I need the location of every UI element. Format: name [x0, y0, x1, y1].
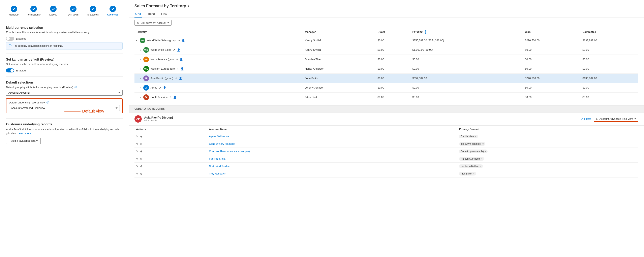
multicurrency-toggle[interactable]: [6, 37, 14, 41]
account-name-cell[interactable]: Trey Research: [207, 170, 458, 177]
quota-cell: $0.00: [376, 54, 411, 64]
forecast-title-dropdown-icon[interactable]: ▾: [188, 4, 189, 8]
info-detail-icon[interactable]: ⊕: [140, 172, 142, 175]
step-label-advanced: Advanced: [107, 13, 118, 16]
forecast-cell: $1,000.00 ($0.00): [411, 45, 523, 54]
forecast-info-icon[interactable]: i: [424, 30, 427, 34]
tag-close-icon[interactable]: ×: [484, 150, 486, 153]
list-item: ✎ ⊕ Coho Winery (sample) Jim Glynn (samp…: [134, 140, 638, 148]
expand-btn[interactable]: ›: [140, 58, 141, 60]
account-name-cell[interactable]: Northwind Traders: [207, 162, 458, 170]
user-icon[interactable]: 👤: [182, 39, 185, 42]
user-icon[interactable]: 👤: [163, 86, 166, 89]
edit-icon[interactable]: ✎: [136, 135, 138, 138]
multicurrency-desc: Enable the ability to view forecast data…: [6, 31, 122, 34]
view-help-icon[interactable]: ⓘ: [46, 101, 49, 104]
account-name-cell[interactable]: Contoso Pharmaceuticals (sample): [207, 148, 458, 155]
account-name-cell[interactable]: Fabrikam, Inc.: [207, 155, 458, 162]
forecast-table-wrap: Territory Manager Quota Forecast i Won C…: [129, 28, 644, 102]
wizard-step-permissions[interactable]: Permissions*: [24, 6, 44, 16]
tag-close-icon[interactable]: ×: [482, 142, 484, 145]
wizard-step-snapshots[interactable]: Snapshots: [83, 6, 103, 16]
edit-icon[interactable]: ✎: [136, 157, 138, 160]
share-icon[interactable]: ↗: [173, 48, 175, 52]
info-detail-icon[interactable]: ⊕: [140, 135, 142, 138]
tab-trend[interactable]: Trend: [147, 11, 156, 18]
share-icon[interactable]: ↗: [176, 67, 179, 70]
user-icon[interactable]: 👤: [173, 96, 176, 99]
edit-icon[interactable]: ✎: [136, 164, 138, 168]
group-by-select[interactable]: Account (Account): [6, 90, 122, 96]
expand-btn[interactable]: ▾: [136, 39, 137, 42]
row-actions: ↗ 👤: [178, 39, 185, 42]
customize-desc: Add a JavaScript library for advanced co…: [6, 128, 122, 135]
info-detail-icon[interactable]: ⊕: [140, 142, 142, 146]
forecast-cell: $0.00: [411, 64, 523, 74]
wizard-step-layout[interactable]: Layout*: [44, 6, 63, 16]
user-icon[interactable]: 👤: [179, 77, 182, 80]
expand-btn[interactable]: ›: [140, 86, 141, 89]
filter-icon: ▽: [581, 117, 583, 120]
wizard-step-advanced[interactable]: Advanced: [103, 6, 122, 16]
territory-avatar: WE: [143, 66, 149, 72]
account-name-cell[interactable]: Coho Winery (sample): [207, 140, 458, 148]
share-icon[interactable]: ↗: [176, 58, 178, 61]
expand-btn[interactable]: ›: [140, 49, 141, 51]
left-panel: General* Permissions* Layout* Drill down…: [0, 0, 129, 257]
quota-cell: $0.00: [376, 92, 411, 102]
share-icon[interactable]: ↗: [175, 77, 177, 80]
account-name-cell[interactable]: Alpine Ski House: [207, 133, 458, 140]
edit-icon[interactable]: ✎: [136, 172, 138, 175]
row-actions: ↗ 👤: [169, 96, 176, 99]
contact-tag: Haroun Stormonth ×: [459, 157, 484, 160]
forecast-cell: $0.00: [411, 92, 523, 102]
user-icon[interactable]: 👤: [177, 48, 180, 52]
row-actions: ↗ 👤: [159, 86, 166, 89]
manager-cell: John Smith: [304, 74, 376, 83]
info-detail-icon[interactable]: ⊕: [140, 157, 142, 160]
underlying-header: UNDERLYING RECORDS: [129, 105, 644, 112]
kanban-toggle[interactable]: [6, 68, 14, 72]
edit-icon[interactable]: ✎: [136, 142, 138, 146]
drill-down-btn[interactable]: ⊕ Drill down by: Account ▾: [134, 20, 172, 26]
tab-flow[interactable]: Flow: [160, 11, 168, 18]
info-detail-icon[interactable]: ⊕: [140, 164, 142, 168]
info-detail-icon[interactable]: ⊕: [140, 150, 142, 153]
expand-btn[interactable]: ›: [140, 77, 141, 80]
tag-close-icon[interactable]: ×: [480, 165, 481, 168]
share-icon[interactable]: ↗: [159, 86, 161, 89]
learn-more-link[interactable]: Learn more.: [18, 132, 32, 135]
primary-contact-cell: Alex Baker ×: [458, 170, 638, 177]
wizard-step-drilldown[interactable]: Drill down: [64, 6, 83, 16]
primary-contact-cell: Heriberto Nathan ×: [458, 162, 638, 170]
table-row: › NA North America (grou ↗ 👤 Brenden Thi…: [134, 54, 638, 64]
committed-cell: $0.00: [581, 54, 638, 64]
add-javascript-btn[interactable]: + Add a javascript library: [6, 138, 41, 144]
step-circle-general: [11, 6, 17, 12]
manager-cell: Brenden Thiel: [304, 54, 376, 64]
wizard-step-general[interactable]: General*: [4, 6, 24, 16]
group-by-help-icon[interactable]: ⓘ: [74, 86, 77, 89]
tab-grid[interactable]: Grid: [134, 11, 142, 18]
territory-cell: › AP Asia Pacific (group) ↗ 👤: [134, 74, 304, 83]
tag-close-icon[interactable]: ×: [481, 158, 482, 160]
filters-btn[interactable]: ▽ Filters: [581, 117, 591, 120]
share-icon[interactable]: ↗: [169, 96, 172, 99]
row-actions-cell: ✎ ⊕: [134, 133, 207, 140]
edit-icon[interactable]: ✎: [136, 150, 138, 153]
view-selector-btn[interactable]: ⊞ Account Advanced Find View ▾: [594, 116, 638, 122]
col-won: Won: [524, 28, 581, 36]
tag-close-icon[interactable]: ×: [473, 172, 474, 175]
col-manager: Manager: [304, 28, 376, 36]
user-icon[interactable]: 👤: [180, 58, 183, 61]
expand-btn[interactable]: ›: [140, 96, 141, 98]
list-item: ✎ ⊕ Alpine Ski House Cacilia Viera ×: [134, 133, 638, 140]
default-view-annotation: Default view: [80, 109, 104, 114]
user-icon[interactable]: 👤: [180, 67, 184, 70]
table-row: ▾ WS World Wide Sales (group ↗ 👤 Kenny S…: [134, 36, 638, 45]
tag-close-icon[interactable]: ×: [475, 135, 476, 138]
list-item: ✎ ⊕ Trey Research Alex Baker ×: [134, 170, 638, 177]
share-icon[interactable]: ↗: [178, 39, 180, 42]
expand-btn[interactable]: ›: [140, 68, 141, 70]
territory-avatar: A: [143, 85, 149, 90]
